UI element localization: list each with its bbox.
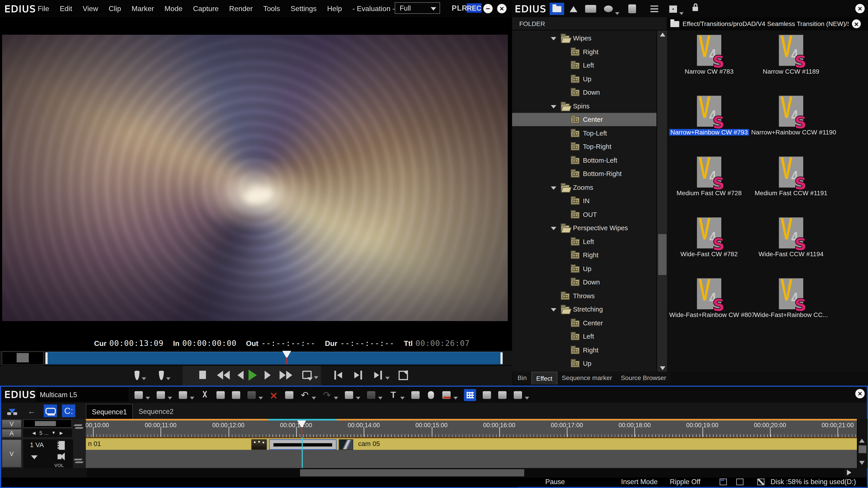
tree-item-left[interactable]: Left — [512, 59, 656, 72]
effect-thumbnail-v4s-icon[interactable]: V4S — [779, 157, 803, 188]
open-clip-icon[interactable] — [156, 390, 172, 399]
paste-icon[interactable] — [231, 390, 241, 399]
tree-item-top-right[interactable]: Top-Right — [512, 140, 656, 153]
chevron-down-icon[interactable] — [190, 396, 194, 399]
loop-playback-button[interactable] — [302, 371, 318, 379]
tree-item-out[interactable]: OUT — [512, 208, 656, 221]
thumbnail-view-icon[interactable] — [669, 3, 684, 15]
monitor-icon[interactable] — [736, 479, 743, 485]
jog-control[interactable] — [2, 351, 43, 365]
scroll-up-icon[interactable] — [859, 439, 865, 443]
chevron-down-icon[interactable] — [334, 396, 338, 399]
audio-mixer-icon[interactable] — [482, 390, 492, 399]
menu-item-capture[interactable]: Capture — [193, 4, 219, 13]
folder-icon[interactable] — [550, 3, 564, 15]
export-button[interactable] — [399, 371, 408, 380]
effect-thumbnail-v4s-icon[interactable]: V4S — [779, 35, 803, 66]
menu-item-help[interactable]: Help — [327, 4, 342, 13]
tree-scrollbar[interactable] — [656, 31, 668, 372]
add-to-timeline-icon[interactable] — [134, 390, 150, 399]
ripple-mode[interactable]: Ripple Off — [670, 478, 701, 486]
scroll-down-icon[interactable] — [657, 364, 668, 372]
tree-item-wipes[interactable]: Wipes — [512, 32, 656, 45]
minimap-thumb[interactable] — [35, 421, 56, 426]
tree-item-top-left[interactable]: Top-Left — [512, 127, 656, 140]
effect-item-wide-fast-rainbow-cw-807[interactable]: V4SWide-Fast+Rainbow CW #807 — [668, 278, 750, 338]
insert-overwrite-icon[interactable] — [5, 404, 19, 417]
effect-item-narrow-ccw-1189[interactable]: V4SNarrow CCW #1189 — [750, 35, 832, 94]
tree-item-right[interactable]: Right — [512, 45, 656, 59]
effect-thumbnail-v4s-icon[interactable]: V4S — [697, 35, 721, 66]
ripple-sync-icon[interactable] — [74, 459, 83, 464]
close-icon[interactable]: × — [497, 4, 506, 13]
chevron-down-icon[interactable] — [168, 396, 172, 399]
ripple-delete-icon[interactable] — [285, 390, 294, 399]
chevron-down-icon[interactable] — [551, 37, 556, 40]
ripple-sync-icon[interactable] — [74, 424, 83, 430]
sync-lock-icon[interactable] — [43, 404, 57, 417]
tree-item-center[interactable]: Center — [512, 113, 656, 126]
scroll-down-icon[interactable] — [859, 461, 865, 465]
close-icon[interactable]: × — [855, 389, 865, 398]
video-part-icon[interactable] — [58, 441, 65, 450]
track-scrollbar[interactable] — [857, 419, 868, 468]
tab-bin[interactable]: Bin — [513, 372, 531, 384]
tree-item-throws[interactable]: Throws — [512, 289, 656, 302]
rec-button[interactable]: REC — [467, 3, 482, 13]
delete-icon[interactable]: × — [269, 390, 278, 399]
tree-item-spins[interactable]: Spins — [512, 99, 656, 113]
menu-item-tools[interactable]: Tools — [264, 4, 280, 13]
clip-label[interactable]: n 01 — [88, 440, 101, 448]
time-effect-icon[interactable] — [411, 390, 420, 399]
menu-item-settings[interactable]: Settings — [291, 4, 317, 13]
redo-icon[interactable]: ↷ — [322, 390, 338, 399]
menu-item-render[interactable]: Render — [229, 4, 253, 13]
ripple-mode-icon[interactable]: ← — [25, 404, 38, 417]
stop-button[interactable] — [199, 371, 206, 379]
multicam-pattern-icon[interactable] — [498, 390, 507, 399]
tree-item-bottom-right[interactable]: Bottom-Right — [512, 167, 656, 181]
display-size-select[interactable]: Full — [395, 2, 440, 14]
toggle-enable-icon[interactable] — [366, 390, 382, 399]
hscrollbar-thumb[interactable] — [300, 469, 524, 477]
goto-in-point-button[interactable] — [334, 371, 342, 380]
menu-item-view[interactable]: View — [83, 4, 98, 13]
chevron-down-icon[interactable] — [551, 186, 556, 190]
chevron-down-icon[interactable] — [551, 105, 556, 108]
effect-thumbnail-v4s-icon[interactable]: V4S — [697, 157, 721, 188]
plr-button[interactable]: PLR — [452, 4, 467, 12]
chevron-down-icon[interactable] — [356, 396, 361, 399]
chevron-down-icon[interactable] — [400, 396, 405, 399]
set-in-point-button[interactable] — [134, 371, 146, 380]
delete-icon[interactable] — [628, 3, 636, 15]
tree-item-up[interactable]: Up — [512, 72, 656, 86]
list-view-icon[interactable] — [651, 3, 658, 15]
folder-link-icon[interactable] — [585, 3, 596, 15]
effect-thumbnail-v4s-icon[interactable]: V4S — [697, 96, 721, 127]
chevron-down-icon[interactable]: ▼ — [51, 430, 56, 435]
tree-item-center[interactable]: Center — [512, 316, 656, 330]
menu-item-mode[interactable]: Mode — [164, 4, 183, 13]
audio-mute-button[interactable]: A — [2, 429, 22, 437]
menu-item-file[interactable]: File — [38, 4, 49, 13]
tree-item-stretching[interactable]: Stretching — [512, 303, 656, 316]
close-icon[interactable]: × — [852, 20, 861, 28]
create-title-icon[interactable]: T — [389, 390, 405, 399]
fast-forward-button[interactable] — [280, 371, 292, 380]
menu-item-evaluation[interactable]: - Evaluation - — [352, 4, 395, 13]
effect-item-narrow-rainbow-ccw-1190[interactable]: V4SNarrow+Rainbow CCW #1190 — [750, 96, 832, 156]
clip-label[interactable]: cam 05 — [358, 440, 380, 448]
tab-effect[interactable]: Effect — [531, 372, 557, 385]
tree-item-left[interactable]: Left — [512, 235, 656, 248]
effect-thumbnail-v4s-icon[interactable]: V4S — [779, 96, 803, 127]
effect-thumbnail-v4s-icon[interactable]: V4S — [779, 217, 803, 248]
tab-source-browser[interactable]: Source Browser — [616, 372, 671, 384]
tree-item-zooms[interactable]: Zooms — [512, 181, 656, 194]
scrollbar-thumb[interactable] — [859, 445, 866, 453]
undo-icon[interactable]: ↶ — [300, 390, 316, 399]
pager-prev-icon[interactable]: ◄ — [31, 430, 37, 436]
sync-status-icon[interactable] — [757, 479, 765, 485]
minimize-icon[interactable]: − — [483, 4, 493, 13]
tree-item-left[interactable]: Left — [512, 330, 656, 343]
save-project-icon[interactable] — [178, 390, 194, 399]
